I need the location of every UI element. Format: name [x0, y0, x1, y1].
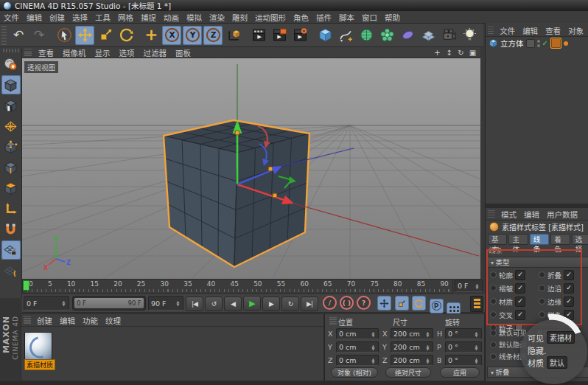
light-button[interactable]	[460, 26, 479, 45]
key-parameter-toggle[interactable]: P	[430, 299, 444, 313]
viewport-control[interactable]: +	[433, 48, 442, 58]
size-input[interactable]: 200 cm	[391, 355, 433, 366]
live-selection-button[interactable]	[55, 26, 74, 45]
start-frame-field[interactable]: 0 F	[24, 296, 69, 311]
checkbox[interactable]: ✓	[515, 283, 525, 294]
line-type-option[interactable]: 轮廓 ✓	[490, 270, 539, 280]
viewport-menu-item[interactable]: 显示	[91, 47, 115, 58]
line-type-option[interactable]: 边缘 ✓	[539, 296, 587, 306]
object-menu-item[interactable]: 编辑	[519, 25, 542, 36]
scale-tool-button[interactable]	[96, 26, 115, 45]
start-frame-stepper[interactable]	[61, 300, 66, 306]
checkbox[interactable]: ✓	[564, 283, 574, 294]
transport-button[interactable]: ▶	[262, 296, 280, 311]
keyframe-selection-button[interactable]	[470, 296, 483, 311]
end-frame-stepper[interactable]	[175, 300, 181, 306]
edges-mode-button[interactable]	[1, 158, 21, 177]
key-scale-toggle[interactable]	[395, 296, 409, 311]
menu-item[interactable]: 文件	[0, 12, 23, 23]
material-menu-item[interactable]: 功能	[79, 315, 102, 326]
viewport-menu-item[interactable]: 摄像机	[58, 47, 91, 58]
viewport-menu-item[interactable]: 选项	[115, 47, 139, 58]
record-button[interactable]: ?	[357, 296, 371, 310]
menu-item[interactable]: 运动图形	[251, 12, 290, 23]
object-menu-item[interactable]: 对象	[564, 25, 587, 36]
material-name[interactable]: 素描材质	[24, 359, 55, 370]
checkbox[interactable]: ✓	[515, 296, 525, 307]
material-menu-item[interactable]: 编辑	[56, 315, 79, 326]
material-menu-item[interactable]: 创建	[33, 315, 56, 326]
object-name[interactable]: 立方体	[500, 38, 524, 49]
value-stepper[interactable]	[474, 331, 479, 337]
value-stepper[interactable]	[474, 358, 479, 364]
material-menu-grip[interactable]	[24, 316, 31, 324]
points-mode-button[interactable]	[1, 137, 21, 156]
attribute-menu-item[interactable]: 用户数据	[543, 209, 581, 220]
animation-dot-icon[interactable]	[490, 285, 497, 291]
axis-mode-button[interactable]	[1, 199, 21, 218]
add-cube-button[interactable]	[315, 26, 335, 45]
value-stepper[interactable]	[371, 344, 376, 350]
attribute-tab[interactable]: 着色	[550, 234, 570, 245]
menu-item[interactable]: 动画	[160, 12, 183, 23]
menu-item[interactable]: 角色	[290, 12, 312, 23]
move-tool-button[interactable]	[75, 26, 94, 45]
menu-item[interactable]: 创建	[46, 12, 69, 23]
object-menu-item[interactable]: 查看	[542, 25, 564, 36]
attribute-tab[interactable]: 线条	[530, 234, 549, 245]
object-menu-grip[interactable]	[488, 27, 494, 34]
render-settings-button[interactable]	[290, 26, 309, 45]
attribute-tab[interactable]: 主体	[508, 234, 528, 245]
camera-button[interactable]	[439, 26, 458, 45]
line-type-option[interactable]: 交叉 ✓	[490, 310, 539, 319]
attribute-menu-item[interactable]: 模式	[497, 209, 520, 220]
view-label[interactable]: 透视视图	[24, 61, 58, 73]
texture-mode-button[interactable]	[1, 96, 21, 115]
line-type-option[interactable]: 褶皱 ✓	[490, 283, 539, 293]
record-button[interactable]: /	[323, 296, 337, 310]
menu-item[interactable]: 模拟	[183, 12, 206, 23]
attribute-tab[interactable]: 选择	[572, 234, 588, 245]
attribute-menu-grip[interactable]	[488, 210, 495, 218]
value-stepper[interactable]	[371, 331, 376, 337]
lock-y-button[interactable]: Y	[183, 26, 202, 45]
rotation-input[interactable]: 0 °	[445, 355, 482, 366]
key-position-toggle[interactable]	[377, 296, 391, 311]
coordinates-grip[interactable]	[329, 317, 337, 325]
checkbox[interactable]: ✓	[515, 270, 525, 280]
animation-dot-icon[interactable]	[490, 330, 497, 336]
transport-button[interactable]: ↺	[205, 296, 223, 311]
object-row[interactable]: 立方体 ✓	[486, 38, 588, 49]
animation-dot-icon[interactable]	[539, 285, 545, 291]
polygons-mode-button[interactable]	[1, 178, 21, 198]
redo-button[interactable]: ↷	[29, 26, 49, 45]
animation-dot-icon[interactable]	[490, 311, 497, 318]
viewport-menu-item[interactable]: 面板	[171, 47, 195, 58]
transport-button[interactable]: ▶|	[301, 296, 318, 311]
convert-editable-button[interactable]	[1, 55, 21, 74]
model-mode-button[interactable]	[1, 75, 21, 94]
viewport-menu-grip[interactable]	[24, 49, 32, 56]
viewport-control[interactable]: ↕	[444, 48, 454, 58]
title-bar[interactable]: CINEMA 4D R15.057 Studio - [未标题 1 *]	[0, 0, 588, 11]
lock-z-button[interactable]: Z	[203, 26, 223, 45]
menu-item[interactable]: 捕捉	[137, 12, 160, 23]
attribute-menu-item[interactable]: 编辑	[520, 209, 543, 220]
animation-dot-icon[interactable]	[539, 298, 545, 305]
checkbox[interactable]: ✓	[564, 270, 574, 280]
deformer-button[interactable]	[398, 26, 417, 45]
size-input[interactable]: 200 cm	[391, 341, 433, 353]
material-menu-item[interactable]: 纹理	[102, 315, 125, 326]
key-rotation-toggle[interactable]	[412, 296, 426, 311]
last-tool-button[interactable]	[141, 26, 161, 45]
menu-item[interactable]: 脚本	[335, 12, 358, 23]
snap-button[interactable]	[1, 220, 21, 239]
undo-button[interactable]: ↶	[9, 26, 28, 45]
apply-button[interactable]: 应用	[440, 367, 480, 378]
line-type-option[interactable]: 折叠 ✓	[539, 270, 587, 280]
position-input[interactable]: 0 cm	[336, 328, 379, 339]
rotation-input[interactable]: 0 °	[445, 341, 482, 353]
material-thumbnail[interactable]	[24, 332, 52, 360]
menu-item[interactable]: 雕刻	[228, 12, 251, 23]
value-stepper[interactable]	[474, 344, 479, 350]
